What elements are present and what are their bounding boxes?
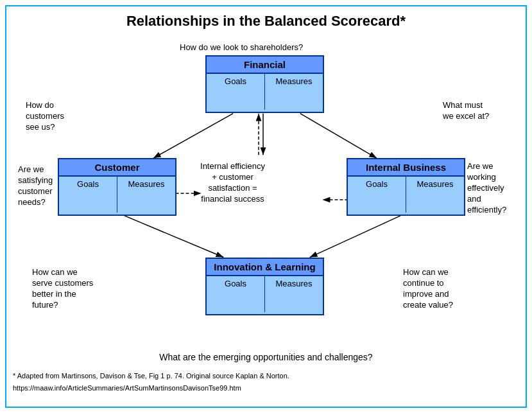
financial-goals: Goals xyxy=(207,74,265,110)
box-customer: Customer Goals Measures xyxy=(58,158,176,216)
box-financial: Financial Goals Measures xyxy=(205,55,324,113)
internal-goals: Goals xyxy=(348,177,406,213)
label-top-question: How do we look to shareholders? xyxy=(180,42,303,53)
financial-header: Financial xyxy=(207,57,323,74)
main-container: Relationships in the Balanced Scorecard* xyxy=(5,5,527,408)
footer-line2: https://maaw.info/ArticleSummaries/ArtSu… xyxy=(6,382,526,394)
label-right-top: What mustwe excel at? xyxy=(443,100,507,122)
customer-header: Customer xyxy=(59,159,175,177)
internal-header: Internal Business xyxy=(348,159,464,177)
label-bottom-left: How can weserve customersbetter in thefu… xyxy=(32,267,106,311)
customer-measures: Measures xyxy=(117,177,175,213)
box-innovation: Innovation & Learning Goals Measures xyxy=(205,258,324,315)
label-right-bottom: Are weworkingeffectivelyandefficiently? xyxy=(467,161,522,215)
label-center: Internal efficiency+ customersatisfactio… xyxy=(189,161,276,205)
innovation-goals: Goals xyxy=(207,276,265,312)
innovation-header: Innovation & Learning xyxy=(207,259,323,276)
svg-line-5 xyxy=(310,216,400,258)
svg-line-4 xyxy=(124,216,223,258)
financial-measures: Measures xyxy=(265,74,323,110)
box-internal: Internal Business Goals Measures xyxy=(347,158,465,216)
label-left-top: How docustomerssee us? xyxy=(26,100,83,133)
label-bottom-question: What are the emerging opportunities and … xyxy=(6,351,526,364)
diagram-area: How do we look to shareholders? Financia… xyxy=(6,30,526,370)
label-left-bottom: Are wesatisfyingcustomerneeds? xyxy=(18,164,69,208)
innovation-measures: Measures xyxy=(265,276,323,312)
svg-line-2 xyxy=(153,114,233,159)
page-title: Relationships in the Balanced Scorecard* xyxy=(6,6,526,30)
label-bottom-right: How can wecontinue toimprove andcreate v… xyxy=(403,267,474,311)
footer-line1: * Adapted from Martinsons, Davison & Tse… xyxy=(6,370,526,382)
svg-line-3 xyxy=(300,114,377,159)
internal-measures: Measures xyxy=(406,177,464,213)
